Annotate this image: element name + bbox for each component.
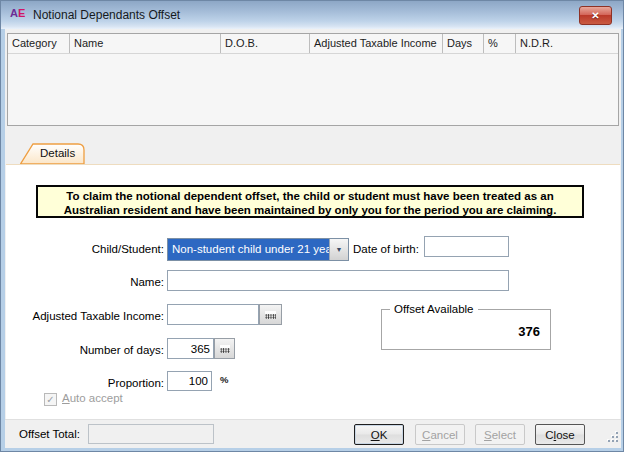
close-button[interactable]: Close xyxy=(535,424,585,445)
number-of-days-input[interactable] xyxy=(167,338,214,359)
column-header-name[interactable]: Name xyxy=(69,34,220,53)
offset-available-value: 376 xyxy=(518,324,540,339)
close-window-button[interactable]: ✕ xyxy=(579,6,612,25)
cancel-button: Cancel xyxy=(415,424,465,445)
ati-calculator-button[interactable] xyxy=(259,304,282,325)
name-input[interactable] xyxy=(167,270,509,291)
offset-total-label: Offset Total: xyxy=(19,428,80,440)
calendar-icon xyxy=(220,345,230,353)
footer-bar: Offset Total: OK Cancel Select Close xyxy=(5,419,621,448)
auto-accept-label: Auto accept xyxy=(62,392,123,404)
child-student-dropdown[interactable]: Non-student child under 21 years ▼ xyxy=(167,238,349,261)
child-student-selected-value: Non-student child under 21 years xyxy=(168,239,329,260)
checkmark-icon: ✓ xyxy=(46,394,54,405)
calculator-icon xyxy=(265,311,276,319)
column-header-ndr[interactable]: N.D.R. xyxy=(515,34,618,53)
column-header-category[interactable]: Category xyxy=(8,34,69,53)
chevron-down-icon[interactable]: ▼ xyxy=(329,239,348,260)
date-of-birth-label: Date of birth: xyxy=(353,243,417,255)
ok-button[interactable]: OK xyxy=(354,424,404,445)
offset-available-group: Offset Available 376 xyxy=(381,309,551,350)
proportion-input[interactable] xyxy=(167,371,212,391)
offset-total-input xyxy=(88,424,214,444)
proportion-label: Proportion: xyxy=(16,377,164,389)
tab-details[interactable]: Details xyxy=(20,143,86,164)
percent-symbol: % xyxy=(220,374,228,385)
select-button: Select xyxy=(475,424,525,445)
table-header-row: Category Name D.O.B. Adjusted Taxable In… xyxy=(8,34,618,54)
tab-details-label: Details xyxy=(40,147,75,159)
column-header-adjusted-taxable-income[interactable]: Adjusted Taxable Income xyxy=(309,34,442,53)
notional-dependants-offset-dialog: AE Notional Dependants Offset ✕ Category… xyxy=(0,0,624,452)
days-calendar-button[interactable] xyxy=(214,338,235,359)
auto-accept-checkbox[interactable]: ✓ xyxy=(44,393,57,406)
window-title: Notional Dependants Offset xyxy=(33,8,180,22)
offset-available-legend: Offset Available xyxy=(390,303,478,315)
column-header-percent[interactable]: % xyxy=(483,34,515,53)
column-header-dob[interactable]: D.O.B. xyxy=(220,34,309,53)
date-of-birth-input[interactable] xyxy=(424,236,509,257)
adjusted-taxable-income-label: Adjusted Taxable Income: xyxy=(16,310,164,322)
adjusted-taxable-income-input[interactable] xyxy=(167,304,259,325)
resize-grip[interactable] xyxy=(606,432,618,444)
number-of-days-label: Number of days: xyxy=(16,344,164,356)
dialog-client-area: Category Name D.O.B. Adjusted Taxable In… xyxy=(5,29,621,448)
ae-app-icon: AE xyxy=(10,7,30,22)
claim-notice: To claim the notional dependent offset, … xyxy=(36,185,584,218)
dependants-table[interactable]: Category Name D.O.B. Adjusted Taxable In… xyxy=(7,33,619,126)
titlebar[interactable]: AE Notional Dependants Offset ✕ xyxy=(1,1,623,29)
column-header-days[interactable]: Days xyxy=(442,34,483,53)
name-label: Name: xyxy=(16,276,164,288)
details-panel: To claim the notional dependent offset, … xyxy=(6,164,620,419)
close-icon: ✕ xyxy=(591,10,599,21)
child-student-label: Child/Student: xyxy=(16,243,164,255)
